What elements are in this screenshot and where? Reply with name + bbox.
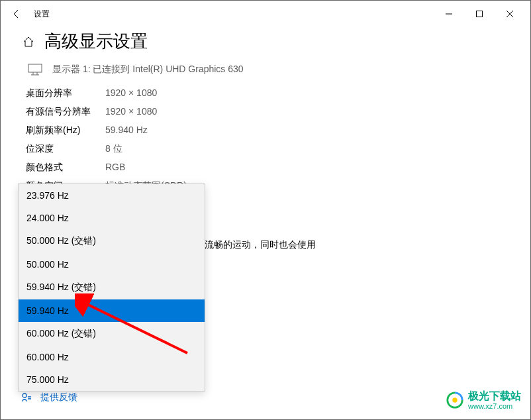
svg-point-8: [23, 394, 26, 397]
description-text: 流畅的运动，同时也会使用: [205, 239, 316, 251]
minimize-icon: [446, 11, 452, 17]
close-icon: [507, 11, 513, 17]
dropdown-option[interactable]: 60.000 Hz (交错): [19, 322, 205, 346]
svg-point-9: [452, 397, 457, 402]
feedback-icon: [21, 392, 32, 403]
close-button[interactable]: [495, 3, 525, 25]
watermark-text-block: 极光下载站 www.xz7.com: [468, 390, 521, 410]
feedback-link[interactable]: 提供反馈: [40, 392, 77, 403]
svg-rect-1: [477, 11, 483, 17]
dropdown-option[interactable]: 75.000 Hz: [19, 368, 205, 391]
watermark-logo-icon: [446, 391, 464, 409]
dropdown-option[interactable]: 60.000 Hz: [19, 346, 205, 368]
maximize-button[interactable]: [464, 3, 495, 25]
spec-row: 刷新频率(Hz)59.940 Hz: [26, 125, 509, 136]
watermark: 极光下载站 www.xz7.com: [446, 390, 521, 410]
spec-value: RGB: [105, 162, 125, 174]
spec-row: 桌面分辨率1920 × 1080: [26, 87, 509, 99]
watermark-name: 极光下载站: [468, 390, 521, 401]
content-area: 高级显示设置 显示器 1: 已连接到 Intel(R) UHD Graphics…: [1, 30, 530, 192]
page-header: 高级显示设置: [22, 30, 509, 53]
monitor-icon: [27, 64, 43, 76]
watermark-url: www.xz7.com: [468, 402, 521, 410]
minimize-button[interactable]: [434, 3, 464, 25]
dropdown-option-selected[interactable]: 59.940 Hz: [19, 299, 205, 322]
dropdown-option[interactable]: 24.000 Hz: [19, 207, 205, 229]
back-button[interactable]: [6, 3, 27, 25]
maximize-icon: [476, 11, 483, 17]
spec-value: 8 位: [105, 143, 122, 155]
spec-value: 59.940 Hz: [105, 125, 148, 136]
display-specs-table: 桌面分辨率1920 × 1080 有源信号分辨率1920 × 1080 刷新频率…: [26, 87, 509, 192]
feedback-link-row: 提供反馈: [21, 392, 77, 403]
page-title: 高级显示设置: [44, 30, 148, 53]
spec-label: 刷新频率(Hz): [26, 125, 105, 136]
display-connection-row: 显示器 1: 已连接到 Intel(R) UHD Graphics 630: [27, 64, 509, 76]
spec-label: 颜色格式: [26, 162, 105, 174]
display-connection-text: 显示器 1: 已连接到 Intel(R) UHD Graphics 630: [52, 64, 244, 76]
dropdown-option[interactable]: 50.000 Hz: [19, 253, 205, 276]
spec-row: 有源信号分辨率1920 × 1080: [26, 106, 509, 118]
dropdown-option[interactable]: 59.940 Hz (交错): [19, 276, 205, 299]
spec-label: 有源信号分辨率: [26, 106, 105, 118]
spec-label: 桌面分辨率: [26, 87, 105, 99]
svg-rect-2: [28, 64, 42, 72]
titlebar: 设置: [1, 1, 530, 27]
spec-row: 位深度8 位: [26, 143, 509, 155]
dropdown-option[interactable]: 50.000 Hz (交错): [19, 229, 205, 253]
spec-label: 位深度: [26, 143, 105, 155]
spec-value: 1920 × 1080: [105, 106, 157, 118]
window-controls: [434, 3, 525, 25]
refresh-rate-dropdown[interactable]: 23.976 Hz 24.000 Hz 50.000 Hz (交错) 50.00…: [18, 184, 205, 392]
back-arrow-icon: [11, 9, 22, 19]
dropdown-option[interactable]: 23.976 Hz: [19, 184, 205, 207]
spec-row: 颜色格式RGB: [26, 162, 509, 174]
titlebar-title: 设置: [34, 9, 50, 20]
spec-value: 1920 × 1080: [105, 87, 157, 99]
home-icon[interactable]: [22, 35, 35, 48]
